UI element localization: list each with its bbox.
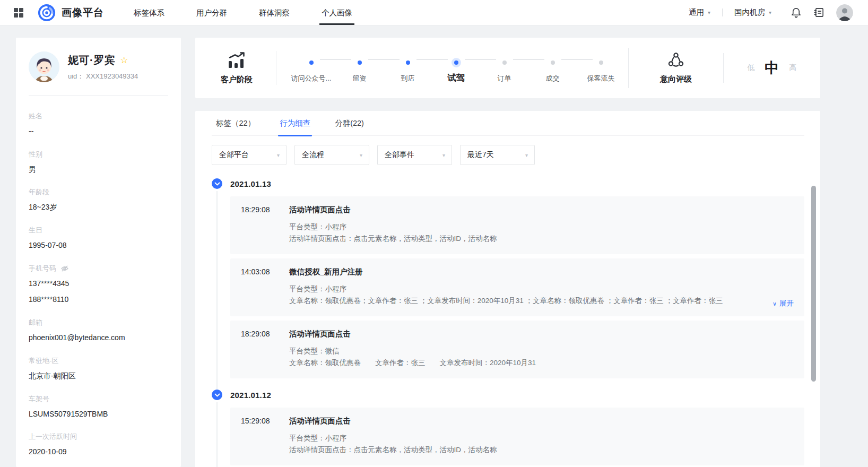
profile-field: 姓名 -- [29, 111, 168, 137]
field-value: phoenix001@bytedance.com [29, 332, 168, 344]
stage-label: 到店 [384, 74, 432, 83]
stage-step: 保客流失 [577, 54, 625, 84]
profile-fields: 姓名 -- 性别 [29, 111, 168, 458]
event-title: 活动详情页面点击 [289, 329, 794, 339]
caret-down-icon: ▾ [525, 152, 528, 158]
event-card: 18:29:08 活动详情页面点击 平台类型：微信文章名称：领取优惠卷 文章作者… [230, 321, 804, 378]
field-label: 年龄段 [29, 187, 49, 197]
field-label: 性别 [29, 150, 42, 159]
user-avatar[interactable] [836, 4, 853, 21]
filter-select-value: 全流程 [302, 150, 324, 160]
divider [276, 51, 276, 85]
stage-label: 订单 [480, 74, 528, 83]
event-detail-line: 平台类型：微信 [289, 345, 751, 357]
event-card: 15:29:08 活动详情页面点击 平台类型：小程序活动详情页面点击：点击元素名… [230, 408, 804, 465]
caret-down-icon: ▾ [360, 152, 362, 158]
rating-head: 意向评级 [629, 52, 723, 84]
profile-avatar [29, 51, 59, 82]
profile-sidebar: 妮可·罗宾 ☆ uid： XXX1923049334 姓名 [16, 38, 181, 467]
field-label: 常驻地-区 [29, 356, 58, 366]
stage-label: 试驾 [432, 72, 480, 84]
profile-name: 妮可·罗宾 [68, 53, 115, 67]
stage-label: 留资 [335, 74, 384, 83]
favorite-star-icon[interactable]: ☆ [120, 55, 128, 66]
stage-card-title: 客户阶段 [221, 75, 253, 85]
field-value: LSUMS50791529TBMB [29, 409, 168, 420]
tab[interactable]: 分群(22) [335, 111, 364, 136]
filter-select[interactable]: 全部事件 ▾ [377, 145, 452, 165]
event-title: 活动详情页面点击 [289, 205, 794, 215]
timeline-date: 2021.01.13 [230, 179, 271, 188]
customer-stage-card: 客户阶段 访问公众号... 留资 到店 试驾 [195, 38, 820, 98]
nav-item[interactable]: 群体洞察 [259, 0, 290, 25]
filter-select[interactable]: 全流程 ▾ [294, 145, 369, 165]
event-card: 18:29:08 活动详情页面点击 平台类型：小程序活动详情页面点击：点击元素名… [230, 196, 804, 254]
collapse-chevron-icon[interactable] [212, 178, 222, 189]
caret-down-icon: ▾ [442, 152, 445, 158]
event-detail-line: 平台类型：小程序 [289, 283, 751, 295]
stage-head: 客户阶段 [216, 51, 257, 85]
stage-dot-icon [309, 60, 314, 65]
expand-label: 展开 [779, 299, 794, 308]
profile-field: 年龄段 18~23岁 [29, 187, 168, 213]
rating-levels: 低中高 [724, 58, 820, 77]
product-logo-icon [38, 4, 56, 22]
divider [29, 96, 168, 96]
field-value: 2020-10-09 [29, 446, 168, 458]
collapse-chevron-icon[interactable] [212, 390, 222, 400]
filter-select[interactable]: 全部平台 ▾ [212, 145, 287, 165]
field-label: 邮箱 [29, 318, 42, 327]
event-detail-line: 活动详情页面点击：点击元素名称，活动类型，活动ID，活动名称 [289, 233, 751, 245]
tab[interactable]: 标签（22） [216, 111, 255, 136]
stage-timeline: 访问公众号... 留资 到店 试驾 订单 [287, 52, 625, 84]
field-value: 男 [29, 164, 168, 176]
event-detail-line: 平台类型：小程序 [289, 433, 751, 444]
scope-select[interactable]: 通用 ▾ [689, 7, 710, 18]
expand-link[interactable]: ∨ 展开 [772, 299, 794, 308]
notification-bell-icon[interactable] [791, 7, 802, 18]
event-detail-line: 平台类型：小程序 [289, 221, 751, 233]
stage-dot-icon [358, 60, 362, 65]
rating-level: 高 [789, 63, 797, 73]
rating-level: 低 [748, 63, 755, 73]
profile-field: 车架号 LSUMS50791529TBMB [29, 394, 168, 420]
caret-down-icon: ▾ [708, 10, 710, 15]
profile-field: 手机号码 137****4345188****8110 [29, 264, 168, 306]
event-detail-line: 活动详情页面点击：点击元素名称，活动类型，活动ID，活动名称 [289, 444, 751, 456]
tab-bar: 标签（22）行为细查分群(22) [212, 111, 804, 136]
caret-down-icon: ▾ [769, 10, 771, 15]
field-value: -- [29, 126, 168, 137]
apps-grid-icon[interactable] [14, 8, 23, 18]
field-value: 1995-07-08 [29, 240, 168, 252]
stage-dot-icon [599, 60, 603, 65]
field-value: 18~23岁 [29, 202, 168, 213]
event-title: 活动详情页面点击 [289, 416, 794, 426]
field-label: 车架号 [29, 394, 49, 404]
profile-field: 性别 男 [29, 150, 168, 176]
nav-item[interactable]: 用户分群 [196, 0, 227, 25]
primary-nav: 标签体系用户分群群体洞察个人画像 [134, 0, 352, 25]
event-card: 14:03:08 微信授权_新用户注册 平台类型：小程序文章名称：领取优惠卷；文… [230, 258, 804, 316]
top-navbar: 画像平台 标签体系用户分群群体洞察个人画像 通用 ▾ 国内机房 ▾ [0, 0, 868, 25]
timeline-date-group: 2021.01.13 18:29:08 活动详情页面点击 [212, 178, 804, 378]
filter-bar: 全部平台 ▾ 全流程 ▾ 全部事件 ▾ 最近7天 ▾ [212, 145, 804, 165]
changelog-icon[interactable] [813, 7, 824, 18]
stage-label: 保客流失 [577, 74, 625, 83]
nav-item[interactable]: 标签体系 [134, 0, 164, 25]
tab[interactable]: 行为细查 [280, 111, 310, 136]
filter-select-value: 全部平台 [219, 150, 249, 160]
filter-select[interactable]: 最近7天 ▾ [460, 145, 535, 165]
vertical-scrollbar[interactable] [811, 186, 816, 382]
eye-off-icon[interactable] [60, 264, 69, 273]
profile-field: 生日 1995-07-08 [29, 226, 168, 252]
stage-label: 成交 [528, 74, 577, 83]
stage-dot-icon [551, 60, 555, 65]
nav-item[interactable]: 个人画像 [322, 0, 352, 25]
event-time: 15:29:08 [241, 416, 279, 456]
region-select[interactable]: 国内机房 ▾ [734, 7, 771, 18]
stage-label: 访问公众号... [287, 74, 335, 83]
chevron-down-icon: ∨ [772, 300, 777, 307]
bar-chart-icon [227, 51, 247, 71]
profile-field: 邮箱 phoenix001@bytedance.com [29, 318, 168, 344]
scope-select-value: 通用 [689, 7, 704, 18]
